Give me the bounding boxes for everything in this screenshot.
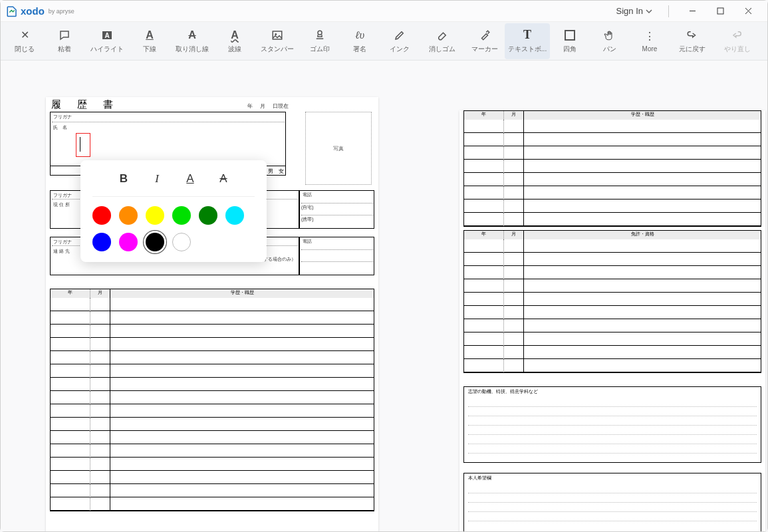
toolbar: ✕閉じる 粘着 Aハイライト A下線 A取り消し線 A波線 スタンパー ゴム印 … bbox=[1, 22, 767, 61]
address-label: 現 住 所 bbox=[53, 201, 70, 208]
square-icon bbox=[564, 29, 576, 42]
logo-icon bbox=[6, 5, 18, 17]
pen-icon bbox=[394, 29, 406, 42]
underline-icon: A bbox=[146, 29, 154, 42]
swatch-none[interactable] bbox=[172, 233, 191, 251]
doc-title: 履 歴 書 bbox=[51, 98, 120, 111]
bold-button[interactable]: B bbox=[114, 171, 134, 187]
history-table-2: 年 月 学歴・職歴 bbox=[463, 110, 761, 227]
highlight-tool[interactable]: Aハイライト bbox=[84, 23, 130, 59]
swatch-lime[interactable] bbox=[172, 206, 191, 225]
furigana-label: フリガナ bbox=[53, 114, 72, 120]
close-window-button[interactable] bbox=[734, 2, 762, 21]
eraser-tool[interactable]: 消しゴム bbox=[420, 23, 465, 59]
svg-rect-0 bbox=[717, 8, 723, 14]
more-tool[interactable]: ⋮More bbox=[630, 23, 670, 59]
strike-button[interactable]: A bbox=[213, 171, 233, 187]
app-name: xodo bbox=[21, 5, 45, 17]
square-tool[interactable]: 四角 bbox=[550, 23, 590, 59]
stamp-icon bbox=[314, 29, 326, 42]
signature-icon: ℓυ bbox=[355, 29, 364, 42]
phone-box-1: 電話 (自宅) (携帯) bbox=[299, 190, 374, 229]
swatch-blue[interactable] bbox=[92, 233, 111, 251]
swatch-magenta[interactable] bbox=[119, 233, 138, 251]
page-2[interactable]: 年 月 学歴・職歴 年 月 免許・資格 志望の動機、特技、得意学科など 本人 bbox=[459, 110, 765, 531]
date-line: 年 月 日現在 bbox=[247, 102, 289, 110]
undo-icon bbox=[686, 29, 698, 42]
minimize-button[interactable] bbox=[678, 2, 706, 21]
text-annotation[interactable] bbox=[76, 133, 90, 157]
swatch-orange[interactable] bbox=[119, 206, 138, 225]
swatch-green[interactable] bbox=[199, 206, 217, 225]
signin-button[interactable]: Sign In bbox=[610, 3, 659, 19]
svg-point-4 bbox=[275, 33, 277, 35]
underline-tool[interactable]: A下線 bbox=[130, 23, 170, 59]
text-style-popup: B I A A bbox=[80, 160, 267, 262]
phone-box-2: 電話 bbox=[299, 237, 374, 275]
divider bbox=[668, 5, 669, 17]
strikeout-tool[interactable]: A取り消し線 bbox=[170, 23, 215, 59]
eraser-icon bbox=[436, 29, 448, 42]
stamper-tool[interactable]: スタンパー bbox=[255, 23, 300, 59]
undo-tool[interactable]: 元に戻す bbox=[670, 23, 715, 59]
ink-tool[interactable]: インク bbox=[380, 23, 420, 59]
italic-button[interactable]: I bbox=[147, 171, 167, 187]
strikeout-icon: A bbox=[188, 29, 196, 42]
squiggly-tool[interactable]: A波線 bbox=[215, 23, 255, 59]
signature-tool[interactable]: ℓυ署名 bbox=[340, 23, 380, 59]
textbox-tool[interactable]: Tテキストボ... bbox=[505, 23, 550, 59]
squiggly-icon: A bbox=[231, 29, 239, 42]
text-icon: T bbox=[523, 29, 531, 42]
close-icon: ✕ bbox=[21, 29, 29, 42]
svg-rect-6 bbox=[565, 31, 575, 40]
color-swatches bbox=[92, 197, 255, 251]
sticky-tool[interactable]: 粘着 bbox=[45, 23, 84, 59]
app-logo: xodo by apryse bbox=[6, 5, 74, 17]
photo-box: 写真 bbox=[305, 112, 372, 185]
image-icon bbox=[271, 29, 283, 42]
marker-icon bbox=[479, 29, 491, 42]
motives-box: 志望の動機、特技、得意学科など bbox=[463, 386, 761, 463]
pan-tool[interactable]: パン bbox=[590, 23, 630, 59]
hand-icon bbox=[604, 29, 616, 42]
app-subtitle: by apryse bbox=[49, 8, 74, 15]
svg-point-5 bbox=[318, 31, 322, 35]
requests-box: 本人希望欄 bbox=[463, 473, 761, 531]
history-table-1: 年 月 学歴・職歴 bbox=[50, 289, 374, 511]
more-icon: ⋮ bbox=[644, 29, 655, 43]
redo-tool[interactable]: やり直し bbox=[715, 23, 760, 59]
workspace[interactable]: 履 歴 書 年 月 日現在 フリガナ 氏 名 男 女 写真 フリガナ 現 住 所 bbox=[1, 61, 767, 531]
swatch-cyan[interactable] bbox=[225, 206, 244, 225]
swatch-yellow[interactable] bbox=[146, 206, 164, 225]
close-tool[interactable]: ✕閉じる bbox=[5, 23, 45, 59]
signin-label: Sign In bbox=[616, 6, 643, 16]
chevron-down-icon bbox=[646, 8, 652, 15]
highlight-icon: A bbox=[101, 29, 113, 42]
sticky-icon bbox=[59, 29, 70, 42]
maximize-button[interactable] bbox=[706, 2, 734, 21]
contact-label: 連 絡 先 bbox=[53, 248, 70, 255]
swatch-red[interactable] bbox=[92, 206, 111, 225]
license-table: 年 月 免許・資格 bbox=[463, 230, 761, 373]
name-label: 氏 名 bbox=[53, 124, 67, 131]
redo-icon bbox=[731, 29, 743, 42]
underline-button[interactable]: A bbox=[180, 171, 200, 187]
swatch-black[interactable] bbox=[146, 233, 164, 251]
marker-tool[interactable]: マーカー bbox=[465, 23, 505, 59]
titlebar: xodo by apryse Sign In bbox=[1, 1, 767, 22]
rubber-tool[interactable]: ゴム印 bbox=[300, 23, 340, 59]
svg-text:A: A bbox=[104, 32, 109, 39]
